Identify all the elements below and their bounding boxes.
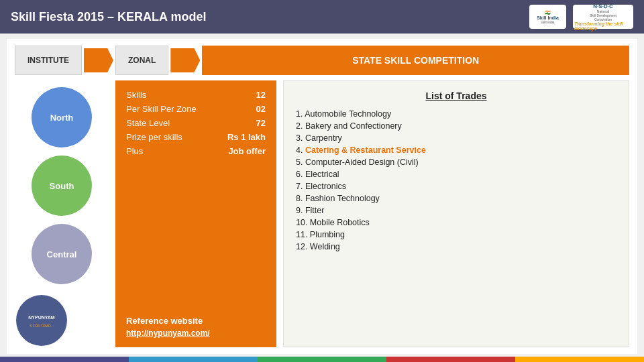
main-content: INSTITUTE ZONAL STATE SKILL COMPETITION …: [7, 39, 637, 354]
nsdc-main-text: N·S·D·C: [593, 3, 612, 9]
arrow-1: [82, 46, 115, 75]
skills-panel: Skills 12 Per Skill Per Zone 02 State Le…: [115, 80, 276, 347]
zone-south[interactable]: South: [32, 156, 92, 216]
zones-panel: North South Central NYPUNYAM S FOR TOMO.…: [15, 80, 109, 347]
trades-list: 1. Automobile Technology2. Bakery and Co…: [296, 109, 616, 251]
state-box: STATE SKILL COMPETITION: [202, 46, 629, 75]
transforming-text: Transforming the skill landscape: [574, 21, 632, 31]
reference-section: Reference website http://nypunyam.com/: [126, 316, 266, 338]
zone-central[interactable]: Central: [32, 224, 92, 284]
svg-point-0: [16, 295, 67, 346]
svg-text:NYPUNYAM: NYPUNYAM: [28, 315, 55, 320]
skills-row-3: State Level 72: [126, 118, 266, 128]
skill-india-top: 🇮🇳: [545, 10, 551, 15]
trade-item: 11. Plumbing: [296, 230, 616, 239]
trade-item: 9. Fitter: [296, 206, 616, 215]
bar-segment: [258, 357, 386, 362]
logos-area: 🇮🇳 Skill India skill india N·S·D·C Natio…: [529, 5, 633, 29]
trade-item: 4. Catering & Restaurant Service: [296, 145, 616, 155]
skills-row-5: Plus Job offer: [126, 146, 266, 156]
page-title: Skill Fiesta 2015 – KERALA model: [11, 10, 206, 24]
trade-item: 12. Welding: [296, 242, 616, 251]
bar-segment: [0, 357, 129, 362]
trades-panel: List of Trades 1. Automobile Technology2…: [283, 80, 629, 347]
institute-box: INSTITUTE: [15, 46, 82, 75]
arrow-2: [168, 46, 202, 75]
trade-item: 6. Electrical: [296, 170, 616, 179]
zone-north[interactable]: North: [32, 87, 92, 147]
svg-text:S FOR TOMO...: S FOR TOMO...: [30, 324, 54, 328]
bottom-bar: [0, 357, 644, 362]
content-area: North South Central NYPUNYAM S FOR TOMO.…: [15, 80, 629, 347]
trade-item: 7. Electronics: [296, 182, 616, 191]
header: Skill Fiesta 2015 – KERALA model 🇮🇳 Skil…: [0, 0, 644, 34]
skills-table: Skills 12 Per Skill Per Zone 02 State Le…: [126, 90, 266, 156]
arrow-shape-2: [170, 48, 200, 72]
skills-row-1: Skills 12: [126, 90, 266, 100]
skills-row-4: Prize per skills Rs 1 lakh: [126, 132, 266, 142]
nsdc-logo: N·S·D·C NationalSkill DevelopmentCorpora…: [573, 5, 633, 29]
nypunyam-logo: NYPUNYAM S FOR TOMO...: [15, 294, 68, 347]
skill-india-sub: skill india: [541, 20, 554, 24]
skills-row-2: Per Skill Per Zone 02: [126, 104, 266, 114]
skill-india-logo: 🇮🇳 Skill India skill india: [529, 5, 566, 29]
zonal-box: ZONAL: [115, 46, 168, 75]
arrow-shape-1: [84, 48, 113, 72]
trade-item: 5. Computer-Aided Design (Civil): [296, 158, 616, 167]
trade-item: 1. Automobile Technology: [296, 109, 616, 119]
trade-item: 8. Fashion Technology: [296, 194, 616, 203]
trade-item: 10. Mobile Robotics: [296, 218, 616, 227]
trades-title: List of Trades: [296, 90, 616, 101]
bar-segment: [515, 357, 644, 362]
bar-segment: [129, 357, 258, 362]
bar-segment: [386, 357, 515, 362]
trade-item: 2. Bakery and Confectionery: [296, 121, 616, 131]
skill-india-label: Skill India: [537, 15, 559, 20]
trade-item: 3. Carpentry: [296, 133, 616, 143]
flow-row: INSTITUTE ZONAL STATE SKILL COMPETITION: [15, 46, 629, 75]
nsdc-name: NationalSkill DevelopmentCorporation: [590, 9, 616, 21]
